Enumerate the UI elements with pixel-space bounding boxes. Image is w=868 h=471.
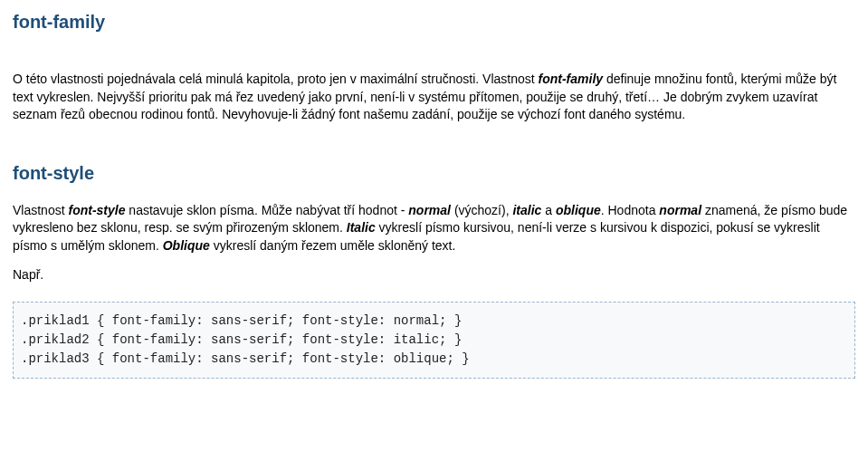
- paragraph-font-style: Vlastnost font-style nastavuje sklon pís…: [13, 202, 855, 255]
- example-label: Např.: [13, 266, 855, 284]
- text: Vlastnost: [13, 203, 68, 217]
- text: . Hodnota: [601, 203, 660, 217]
- heading-font-style: font-style: [13, 160, 855, 186]
- text-bold-italic: font-style: [68, 203, 125, 217]
- text-bold-italic: normal: [408, 203, 451, 217]
- code-example: .priklad1 { font-family: sans-serif; fon…: [13, 302, 855, 379]
- text: vykreslí daným řezem uměle skloněný text…: [210, 238, 456, 253]
- text-bold-italic: oblique: [556, 203, 601, 217]
- text-bold-italic: Oblique: [163, 238, 210, 253]
- text-bold-italic: normal: [659, 203, 701, 217]
- text: (výchozí),: [451, 203, 512, 217]
- text-bold-italic: italic: [512, 203, 541, 217]
- text: O této vlastnosti pojednávala celá minul…: [13, 72, 539, 86]
- heading-font-family: font-family: [13, 9, 855, 34]
- paragraph-font-family: O této vlastnosti pojednávala celá minul…: [13, 71, 855, 124]
- text-bold-italic: Italic: [347, 220, 376, 235]
- text-bold-italic: font-family: [539, 72, 604, 86]
- text: nastavuje sklon písma. Může nabývat tří …: [125, 203, 408, 217]
- text: a: [541, 203, 556, 217]
